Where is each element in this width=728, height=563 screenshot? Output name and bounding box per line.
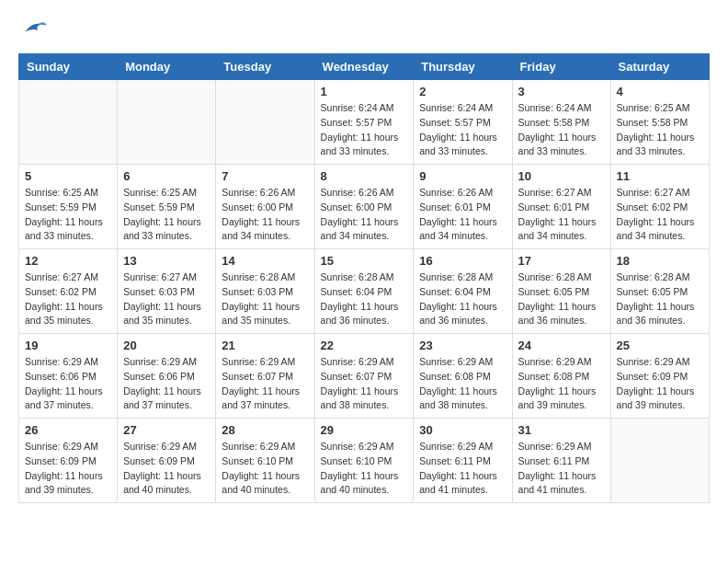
column-header-wednesday: Wednesday: [314, 54, 414, 80]
day-info: Sunrise: 6:29 AM Sunset: 6:09 PM Dayligh…: [123, 440, 210, 498]
day-number: 17: [518, 254, 605, 268]
calendar-cell: 22Sunrise: 6:29 AM Sunset: 6:07 PM Dayli…: [314, 334, 414, 419]
day-number: 16: [419, 254, 506, 268]
calendar-cell: 14Sunrise: 6:28 AM Sunset: 6:03 PM Dayli…: [216, 249, 314, 334]
calendar-cell: 5Sunrise: 6:25 AM Sunset: 5:59 PM Daylig…: [19, 165, 118, 249]
calendar-cell: 18Sunrise: 6:28 AM Sunset: 6:05 PM Dayli…: [610, 249, 709, 334]
day-number: 29: [321, 423, 408, 437]
calendar-header-row: SundayMondayTuesdayWednesdayThursdayFrid…: [19, 54, 710, 80]
calendar-cell: 9Sunrise: 6:26 AM Sunset: 6:01 PM Daylig…: [414, 165, 512, 249]
week-row-2: 5Sunrise: 6:25 AM Sunset: 5:59 PM Daylig…: [19, 165, 710, 249]
day-info: Sunrise: 6:29 AM Sunset: 6:10 PM Dayligh…: [321, 440, 408, 498]
day-number: 18: [617, 254, 703, 268]
week-row-3: 12Sunrise: 6:27 AM Sunset: 6:02 PM Dayli…: [19, 249, 710, 334]
day-info: Sunrise: 6:24 AM Sunset: 5:57 PM Dayligh…: [419, 101, 506, 159]
day-number: 12: [25, 254, 111, 268]
calendar-cell: 25Sunrise: 6:29 AM Sunset: 6:09 PM Dayli…: [610, 334, 709, 419]
day-info: Sunrise: 6:25 AM Sunset: 5:59 PM Dayligh…: [25, 186, 111, 244]
day-number: 5: [25, 169, 111, 183]
day-info: Sunrise: 6:27 AM Sunset: 6:02 PM Dayligh…: [25, 270, 111, 328]
day-info: Sunrise: 6:29 AM Sunset: 6:06 PM Dayligh…: [123, 355, 210, 413]
calendar-cell: 21Sunrise: 6:29 AM Sunset: 6:07 PM Dayli…: [216, 334, 314, 419]
calendar-cell: 26Sunrise: 6:29 AM Sunset: 6:09 PM Dayli…: [19, 419, 118, 503]
calendar-cell: 20Sunrise: 6:29 AM Sunset: 6:06 PM Dayli…: [118, 334, 216, 419]
day-info: Sunrise: 6:29 AM Sunset: 6:09 PM Dayligh…: [25, 440, 111, 498]
day-info: Sunrise: 6:26 AM Sunset: 6:01 PM Dayligh…: [419, 186, 506, 244]
day-number: 22: [321, 339, 408, 352]
day-info: Sunrise: 6:29 AM Sunset: 6:06 PM Dayligh…: [25, 355, 111, 413]
week-row-4: 19Sunrise: 6:29 AM Sunset: 6:06 PM Dayli…: [19, 334, 710, 419]
day-info: Sunrise: 6:24 AM Sunset: 5:58 PM Dayligh…: [518, 101, 605, 159]
calendar-cell: [19, 80, 118, 165]
calendar-cell: 12Sunrise: 6:27 AM Sunset: 6:02 PM Dayli…: [19, 249, 118, 334]
day-info: Sunrise: 6:29 AM Sunset: 6:09 PM Dayligh…: [617, 355, 703, 413]
day-info: Sunrise: 6:29 AM Sunset: 6:08 PM Dayligh…: [518, 355, 605, 413]
day-info: Sunrise: 6:27 AM Sunset: 6:03 PM Dayligh…: [123, 270, 210, 328]
day-number: 11: [617, 169, 703, 183]
calendar-cell: 17Sunrise: 6:28 AM Sunset: 6:05 PM Dayli…: [512, 249, 610, 334]
calendar-cell: 23Sunrise: 6:29 AM Sunset: 6:08 PM Dayli…: [414, 334, 512, 419]
calendar-cell: 1Sunrise: 6:24 AM Sunset: 5:57 PM Daylig…: [314, 80, 414, 165]
column-header-saturday: Saturday: [610, 54, 709, 80]
day-number: 9: [419, 169, 506, 183]
day-number: 13: [123, 254, 210, 268]
day-number: 24: [518, 339, 605, 352]
day-number: 2: [419, 85, 506, 98]
day-number: 26: [25, 423, 111, 437]
day-info: Sunrise: 6:29 AM Sunset: 6:07 PM Dayligh…: [222, 355, 308, 413]
day-info: Sunrise: 6:28 AM Sunset: 6:05 PM Dayligh…: [617, 270, 703, 328]
day-number: 28: [222, 423, 308, 437]
day-info: Sunrise: 6:28 AM Sunset: 6:04 PM Dayligh…: [321, 270, 408, 328]
calendar-cell: 27Sunrise: 6:29 AM Sunset: 6:09 PM Dayli…: [118, 419, 216, 503]
day-info: Sunrise: 6:29 AM Sunset: 6:08 PM Dayligh…: [419, 355, 506, 413]
day-number: 21: [222, 339, 308, 352]
day-number: 19: [25, 339, 111, 352]
day-number: 27: [123, 423, 210, 437]
day-number: 10: [518, 169, 605, 183]
calendar-cell: 2Sunrise: 6:24 AM Sunset: 5:57 PM Daylig…: [414, 80, 512, 165]
calendar-cell: 7Sunrise: 6:26 AM Sunset: 6:00 PM Daylig…: [216, 165, 314, 249]
day-number: 7: [222, 169, 308, 183]
page-header: [18, 18, 710, 39]
day-info: Sunrise: 6:29 AM Sunset: 6:07 PM Dayligh…: [321, 355, 408, 413]
calendar-cell: 11Sunrise: 6:27 AM Sunset: 6:02 PM Dayli…: [610, 165, 709, 249]
calendar-cell: 6Sunrise: 6:25 AM Sunset: 5:59 PM Daylig…: [118, 165, 216, 249]
calendar-cell: 4Sunrise: 6:25 AM Sunset: 5:58 PM Daylig…: [610, 80, 709, 165]
calendar-cell: [216, 80, 314, 165]
calendar-cell: 29Sunrise: 6:29 AM Sunset: 6:10 PM Dayli…: [314, 419, 414, 503]
column-header-friday: Friday: [512, 54, 610, 80]
column-header-thursday: Thursday: [414, 54, 512, 80]
day-info: Sunrise: 6:28 AM Sunset: 6:03 PM Dayligh…: [222, 270, 308, 328]
column-header-monday: Monday: [118, 54, 216, 80]
calendar-cell: 16Sunrise: 6:28 AM Sunset: 6:04 PM Dayli…: [414, 249, 512, 334]
calendar-cell: 24Sunrise: 6:29 AM Sunset: 6:08 PM Dayli…: [512, 334, 610, 419]
column-header-tuesday: Tuesday: [216, 54, 314, 80]
day-number: 20: [123, 339, 210, 352]
day-info: Sunrise: 6:29 AM Sunset: 6:11 PM Dayligh…: [518, 440, 605, 498]
day-number: 23: [419, 339, 506, 352]
day-number: 6: [123, 169, 210, 183]
logo: [18, 18, 48, 39]
day-number: 15: [321, 254, 408, 268]
calendar-cell: 30Sunrise: 6:29 AM Sunset: 6:11 PM Dayli…: [414, 419, 512, 503]
day-number: 4: [617, 85, 703, 98]
day-number: 14: [222, 254, 308, 268]
day-info: Sunrise: 6:28 AM Sunset: 6:05 PM Dayligh…: [518, 270, 605, 328]
day-info: Sunrise: 6:28 AM Sunset: 6:04 PM Dayligh…: [419, 270, 506, 328]
day-number: 31: [518, 423, 605, 437]
day-info: Sunrise: 6:24 AM Sunset: 5:57 PM Dayligh…: [321, 101, 408, 159]
day-info: Sunrise: 6:27 AM Sunset: 6:01 PM Dayligh…: [518, 186, 605, 244]
calendar-cell: 15Sunrise: 6:28 AM Sunset: 6:04 PM Dayli…: [314, 249, 414, 334]
day-info: Sunrise: 6:26 AM Sunset: 6:00 PM Dayligh…: [321, 186, 408, 244]
calendar-cell: 19Sunrise: 6:29 AM Sunset: 6:06 PM Dayli…: [19, 334, 118, 419]
calendar-cell: [610, 419, 709, 503]
day-number: 3: [518, 85, 605, 98]
day-number: 8: [321, 169, 408, 183]
day-number: 25: [617, 339, 703, 352]
day-number: 1: [321, 85, 408, 98]
column-header-sunday: Sunday: [19, 54, 118, 80]
calendar-cell: 10Sunrise: 6:27 AM Sunset: 6:01 PM Dayli…: [512, 165, 610, 249]
day-number: 30: [419, 423, 506, 437]
day-info: Sunrise: 6:26 AM Sunset: 6:00 PM Dayligh…: [222, 186, 308, 244]
calendar-cell: [118, 80, 216, 165]
